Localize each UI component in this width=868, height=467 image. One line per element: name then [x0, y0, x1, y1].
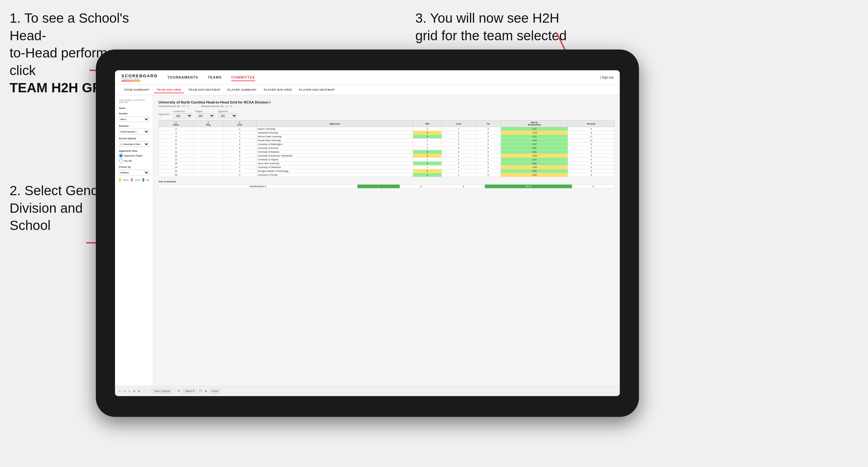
- logo: SCOREBOARD Powered by clippd: [121, 74, 158, 82]
- division-label: Division: [119, 125, 149, 127]
- opponent-view-label: Opponent View: [119, 150, 149, 152]
- tab-player-h2h-grid[interactable]: PLAYER H2H GRID: [261, 87, 294, 93]
- table-row: 14 2 University of Oklahoma 1 2 0 -1.00 …: [159, 165, 615, 169]
- toolbar-icon6[interactable]: 🕐: [143, 390, 146, 393]
- toolbar-icon5[interactable]: ⊞: [138, 390, 140, 393]
- filter-conf-select[interactable]: (All): [173, 113, 192, 118]
- grid-title: University of North Carolina Head-to-Hea…: [158, 100, 615, 104]
- col-diff: Diff AvStrokes/Rnd: [501, 120, 568, 127]
- nav-committee[interactable]: COMMITTEE: [231, 74, 255, 81]
- out-division: NCAA Division II: [159, 185, 358, 188]
- toolbar-icon4[interactable]: ⊕: [133, 390, 135, 393]
- color-legend: Down Level Up: [119, 178, 149, 182]
- legend-down-dot: [119, 178, 121, 182]
- filter-row: Opponents: Conference (All) Region (All): [158, 110, 615, 118]
- step3-annotation: 3. You will now see H2H grid for the tea…: [415, 9, 567, 44]
- table-row: 9 3 University of Arizona 1 0 0 9.00 2: [159, 146, 615, 150]
- table-row: 4 1 Arizona State University 5 1 0 2.29 …: [159, 135, 615, 138]
- tab-team-h2h-heatmap[interactable]: TEAM H2H HEATMAP: [186, 87, 223, 93]
- toolbar-icon3[interactable]: ↩: [128, 390, 131, 393]
- left-panel: Last Updated: 27/03/2024 16:55:38 Team G…: [115, 95, 153, 386]
- tab-team-h2h-grid[interactable]: TEAM H2H GRID: [154, 87, 184, 93]
- filter-region-select[interactable]: (All): [195, 113, 215, 118]
- tab-team-summary[interactable]: TEAM SUMMARY: [121, 87, 152, 93]
- out-win: 1: [357, 185, 400, 188]
- toolbar-sep2: |: [175, 390, 175, 393]
- sign-out-button[interactable]: | Sign out: [600, 76, 613, 79]
- out-loss: 0: [400, 185, 442, 188]
- view-original-button[interactable]: View: Original: [152, 389, 172, 394]
- school-select[interactable]: 1. University of Nort...: [119, 141, 149, 147]
- division-select[interactable]: NCAA Division I: [119, 129, 149, 134]
- col-rank: #Rank: [159, 120, 194, 127]
- undo-icon[interactable]: ↩: [119, 390, 121, 393]
- eye-icon: 👁: [178, 390, 180, 393]
- col-opponent: Opponent: [256, 120, 413, 127]
- toolbar-icon9[interactable]: ⊞: [205, 390, 207, 393]
- main-content: Last Updated: 27/03/2024 16:55:38 Team G…: [115, 95, 620, 386]
- opponent-view-options: Opponents Played Top 100: [119, 154, 149, 163]
- filter-conference-group: Conference (All): [173, 110, 192, 118]
- nav-items: TOURNAMENTS TEAMS COMMITTEE: [167, 74, 255, 81]
- gender-label: Gender: [119, 112, 149, 115]
- out-of-division-table: NCAA Division II 1 0 0 26.00 3: [158, 184, 615, 188]
- watch-button[interactable]: Watch ▾: [183, 389, 196, 394]
- filter-region-label: Region: [195, 110, 215, 113]
- timestamp: Last Updated: 27/03/2024 16:55:38: [119, 99, 149, 103]
- filter-opponent-group: Opponent (All): [218, 110, 237, 118]
- sub-tabs: TEAM SUMMARY TEAM H2H GRID TEAM H2H HEAT…: [115, 85, 620, 95]
- tab-player-summary[interactable]: PLAYER SUMMARY: [225, 87, 259, 93]
- radio-opponents-played[interactable]: Opponents Played: [119, 154, 149, 158]
- nav-teams[interactable]: TEAMS: [208, 74, 222, 81]
- table-row: 8 2 University of Washington 1 0 0 3.67 …: [159, 143, 615, 146]
- legend-up-dot: [142, 178, 145, 182]
- tab-player-h2h-heatmap[interactable]: PLAYER H2H HEATMAP: [297, 87, 337, 93]
- tablet-screen: SCOREBOARD Powered by clippd TOURNAMENTS…: [115, 70, 620, 396]
- toolbar-icon8[interactable]: 💬: [199, 390, 202, 393]
- table-row: 10 5 University of Alabama 3 0 0 2.61 8: [159, 150, 615, 154]
- table-row: 16 3 University of Florida 3 1 0 -6.42 9: [159, 173, 615, 177]
- team-label: Team: [119, 107, 149, 110]
- table-row: 13 1 Texas Tech University 3 0 0 5.56 9: [159, 162, 615, 165]
- col-rounds: Rounds: [568, 120, 614, 127]
- table-row: 12 3 University of Virginia 1 0 0 2.33 3: [159, 158, 615, 162]
- out-of-division-label: Out of division: [158, 180, 615, 183]
- table-row: 3 2 Vanderbilt University 0 4 0 -2.29 8: [159, 131, 615, 135]
- logo-bar: [121, 81, 141, 82]
- nav-bar: SCOREBOARD Powered by clippd TOURNAMENTS…: [115, 70, 620, 85]
- out-row: NCAA Division II 1 0 0 26.00 3: [159, 185, 615, 188]
- logo-text: SCOREBOARD: [121, 74, 158, 78]
- nav-tournaments[interactable]: TOURNAMENTS: [167, 74, 198, 81]
- filter-region-group: Region (All): [195, 110, 215, 118]
- col-loss: Loss: [442, 120, 476, 127]
- col-win: Win: [413, 120, 442, 127]
- colour-by-label: Colour by: [119, 165, 149, 168]
- table-row: 6 2 Florida State University 1 2 0 1.83 …: [159, 138, 615, 143]
- grid-area: University of North Carolina Head-to-Hea…: [153, 95, 620, 386]
- col-reg: #Reg: [193, 120, 223, 127]
- toolbar-sep1: |: [149, 390, 149, 393]
- legend-level-dot: [131, 178, 133, 182]
- filter-opponent-label: Opponent: [218, 110, 237, 113]
- logo-sub: Powered by clippd: [121, 78, 158, 80]
- filter-opponents-label: Opponents:: [158, 113, 170, 115]
- out-diff: 26.00: [485, 185, 572, 188]
- school-label: School (Rank): [119, 137, 149, 140]
- tablet: SCOREBOARD Powered by clippd TOURNAMENTS…: [96, 50, 639, 417]
- grid-records: Overall Record: 89 - 17 - 0 Division Rec…: [158, 105, 615, 107]
- col-conf: #Conf: [223, 120, 256, 127]
- filter-conf-label: Conference: [173, 110, 192, 113]
- out-rounds: 3: [572, 185, 614, 188]
- table-row: 11 6 University of Arkansas, Fayettevill…: [159, 154, 615, 158]
- share-button[interactable]: Share: [210, 389, 221, 394]
- radio-top100[interactable]: Top 100: [119, 159, 149, 163]
- gender-select[interactable]: Men's: [119, 116, 149, 122]
- table-header-row: #Rank #Reg #Conf Opponent Win Loss Tie D…: [159, 120, 615, 127]
- redo-icon[interactable]: ↪: [124, 390, 126, 393]
- toolbar: ↩ ↪ ↩ ⊕ ⊞ 🕐 | View: Original | 👁 Watch ▾…: [115, 386, 620, 396]
- col-tie: Tie: [476, 120, 501, 127]
- colour-by-select[interactable]: Win/loss: [119, 169, 149, 175]
- out-tie: 0: [442, 185, 485, 188]
- table-row: 2 1 Auburn University 2 1 0 1.67 9: [159, 127, 615, 131]
- filter-opponent-select[interactable]: (All): [218, 113, 237, 118]
